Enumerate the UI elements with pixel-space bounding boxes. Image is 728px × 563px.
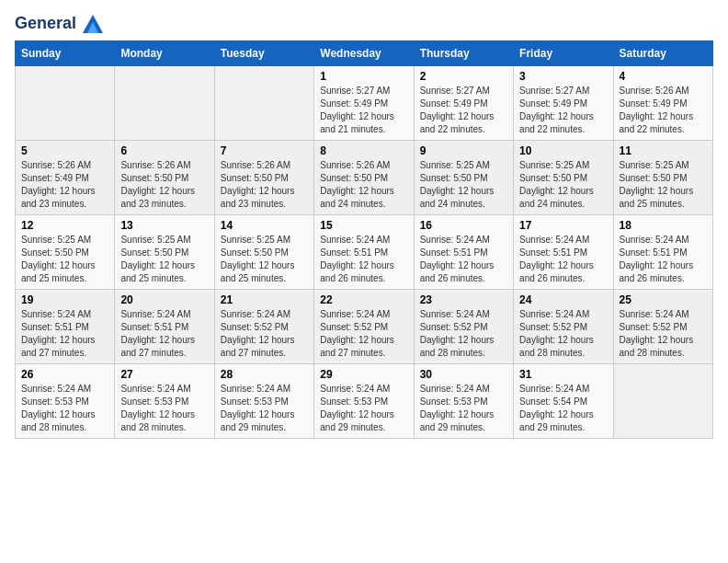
calendar-week-2: 5Sunrise: 5:26 AMSunset: 5:49 PMDaylight…	[16, 141, 713, 215]
day-number: 17	[519, 219, 607, 232]
day-info: Sunrise: 5:24 AMSunset: 5:53 PMDaylight:…	[320, 383, 407, 434]
day-info: Sunrise: 5:26 AMSunset: 5:49 PMDaylight:…	[21, 159, 108, 211]
day-number: 31	[519, 368, 607, 381]
calendar-cell: 17Sunrise: 5:24 AMSunset: 5:51 PMDayligh…	[514, 215, 613, 290]
column-header-friday: Friday	[514, 41, 613, 66]
day-info: Sunrise: 5:26 AMSunset: 5:50 PMDaylight:…	[320, 159, 407, 211]
day-info: Sunrise: 5:27 AMSunset: 5:49 PMDaylight:…	[420, 85, 507, 136]
day-info: Sunrise: 5:24 AMSunset: 5:51 PMDaylight:…	[420, 234, 507, 285]
calendar-week-1: 1Sunrise: 5:27 AMSunset: 5:49 PMDaylight…	[16, 66, 713, 141]
day-info: Sunrise: 5:24 AMSunset: 5:51 PMDaylight:…	[620, 234, 707, 285]
calendar-cell	[115, 66, 214, 141]
day-number: 12	[21, 219, 108, 232]
calendar-cell: 29Sunrise: 5:24 AMSunset: 5:53 PMDayligh…	[314, 364, 414, 439]
calendar-cell: 23Sunrise: 5:24 AMSunset: 5:52 PMDayligh…	[414, 290, 513, 364]
calendar-cell: 7Sunrise: 5:26 AMSunset: 5:50 PMDaylight…	[214, 141, 313, 215]
day-number: 4	[620, 70, 707, 83]
calendar-cell: 21Sunrise: 5:24 AMSunset: 5:52 PMDayligh…	[214, 290, 313, 364]
day-number: 1	[320, 70, 407, 83]
day-number: 30	[420, 368, 507, 381]
calendar-table: SundayMondayTuesdayWednesdayThursdayFrid…	[15, 40, 713, 439]
calendar-cell: 28Sunrise: 5:24 AMSunset: 5:53 PMDayligh…	[214, 364, 313, 439]
logo: General	[15, 15, 105, 33]
calendar-cell: 22Sunrise: 5:24 AMSunset: 5:52 PMDayligh…	[314, 290, 414, 364]
day-info: Sunrise: 5:24 AMSunset: 5:54 PMDaylight:…	[519, 383, 607, 434]
day-info: Sunrise: 5:24 AMSunset: 5:51 PMDaylight:…	[120, 308, 208, 360]
calendar-cell: 6Sunrise: 5:26 AMSunset: 5:50 PMDaylight…	[115, 141, 214, 215]
day-number: 15	[320, 219, 407, 232]
calendar-cell	[214, 66, 313, 141]
column-header-tuesday: Tuesday	[214, 41, 313, 66]
day-info: Sunrise: 5:24 AMSunset: 5:51 PMDaylight:…	[519, 234, 607, 285]
calendar-cell: 13Sunrise: 5:25 AMSunset: 5:50 PMDayligh…	[115, 215, 214, 290]
calendar-week-5: 26Sunrise: 5:24 AMSunset: 5:53 PMDayligh…	[16, 364, 713, 439]
day-info: Sunrise: 5:24 AMSunset: 5:52 PMDaylight:…	[320, 308, 407, 360]
day-info: Sunrise: 5:24 AMSunset: 5:53 PMDaylight:…	[120, 383, 208, 434]
day-number: 25	[620, 293, 707, 306]
logo-general: General	[15, 14, 76, 32]
calendar-cell	[613, 364, 712, 439]
day-number: 27	[120, 368, 208, 381]
calendar-cell: 27Sunrise: 5:24 AMSunset: 5:53 PMDayligh…	[115, 364, 214, 439]
day-number: 5	[21, 144, 108, 157]
calendar-cell: 4Sunrise: 5:26 AMSunset: 5:49 PMDaylight…	[613, 66, 712, 141]
day-info: Sunrise: 5:26 AMSunset: 5:49 PMDaylight:…	[620, 85, 707, 136]
day-number: 10	[519, 144, 607, 157]
day-info: Sunrise: 5:24 AMSunset: 5:52 PMDaylight:…	[519, 308, 607, 360]
day-info: Sunrise: 5:27 AMSunset: 5:49 PMDaylight:…	[519, 85, 607, 136]
day-number: 7	[221, 144, 308, 157]
day-number: 20	[120, 293, 208, 306]
day-number: 21	[221, 293, 308, 306]
calendar-cell: 25Sunrise: 5:24 AMSunset: 5:52 PMDayligh…	[613, 290, 712, 364]
day-info: Sunrise: 5:24 AMSunset: 5:53 PMDaylight:…	[221, 383, 308, 434]
day-info: Sunrise: 5:25 AMSunset: 5:50 PMDaylight:…	[120, 234, 208, 285]
day-number: 3	[519, 70, 607, 83]
calendar-cell: 2Sunrise: 5:27 AMSunset: 5:49 PMDaylight…	[414, 66, 513, 141]
calendar-cell: 1Sunrise: 5:27 AMSunset: 5:49 PMDaylight…	[314, 66, 414, 141]
day-number: 26	[21, 368, 108, 381]
calendar-cell: 24Sunrise: 5:24 AMSunset: 5:52 PMDayligh…	[514, 290, 613, 364]
day-info: Sunrise: 5:27 AMSunset: 5:49 PMDaylight:…	[320, 85, 407, 136]
column-header-thursday: Thursday	[414, 41, 513, 66]
calendar-cell: 3Sunrise: 5:27 AMSunset: 5:49 PMDaylight…	[514, 66, 613, 141]
calendar-cell: 18Sunrise: 5:24 AMSunset: 5:51 PMDayligh…	[613, 215, 712, 290]
day-number: 8	[320, 144, 407, 157]
calendar-cell: 5Sunrise: 5:26 AMSunset: 5:49 PMDaylight…	[16, 141, 115, 215]
calendar-cell: 26Sunrise: 5:24 AMSunset: 5:53 PMDayligh…	[16, 364, 115, 439]
day-number: 24	[519, 293, 607, 306]
day-number: 18	[620, 219, 707, 232]
column-header-wednesday: Wednesday	[314, 41, 414, 66]
calendar-week-4: 19Sunrise: 5:24 AMSunset: 5:51 PMDayligh…	[16, 290, 713, 364]
day-number: 29	[320, 368, 407, 381]
calendar-cell: 15Sunrise: 5:24 AMSunset: 5:51 PMDayligh…	[314, 215, 414, 290]
logo-icon	[83, 15, 103, 33]
calendar-cell	[16, 66, 115, 141]
calendar-cell: 8Sunrise: 5:26 AMSunset: 5:50 PMDaylight…	[314, 141, 414, 215]
day-number: 14	[221, 219, 308, 232]
day-number: 11	[620, 144, 707, 157]
day-number: 2	[420, 70, 507, 83]
day-number: 9	[420, 144, 507, 157]
column-header-monday: Monday	[115, 41, 214, 66]
day-info: Sunrise: 5:24 AMSunset: 5:53 PMDaylight:…	[21, 383, 108, 434]
calendar-cell: 14Sunrise: 5:25 AMSunset: 5:50 PMDayligh…	[214, 215, 313, 290]
day-info: Sunrise: 5:26 AMSunset: 5:50 PMDaylight:…	[221, 159, 308, 211]
day-info: Sunrise: 5:25 AMSunset: 5:50 PMDaylight:…	[221, 234, 308, 285]
calendar-cell: 31Sunrise: 5:24 AMSunset: 5:54 PMDayligh…	[514, 364, 613, 439]
day-number: 13	[120, 219, 208, 232]
day-number: 23	[420, 293, 507, 306]
day-number: 28	[221, 368, 308, 381]
day-info: Sunrise: 5:24 AMSunset: 5:53 PMDaylight:…	[420, 383, 507, 434]
day-info: Sunrise: 5:24 AMSunset: 5:51 PMDaylight:…	[21, 308, 108, 360]
calendar-header-row: SundayMondayTuesdayWednesdayThursdayFrid…	[16, 41, 713, 66]
column-header-sunday: Sunday	[16, 41, 115, 66]
day-info: Sunrise: 5:25 AMSunset: 5:50 PMDaylight:…	[420, 159, 507, 211]
calendar-cell: 10Sunrise: 5:25 AMSunset: 5:50 PMDayligh…	[514, 141, 613, 215]
day-number: 16	[420, 219, 507, 232]
day-info: Sunrise: 5:24 AMSunset: 5:51 PMDaylight:…	[320, 234, 407, 285]
day-number: 19	[21, 293, 108, 306]
day-number: 22	[320, 293, 407, 306]
page-header: General	[15, 15, 713, 33]
calendar-cell: 20Sunrise: 5:24 AMSunset: 5:51 PMDayligh…	[115, 290, 214, 364]
calendar-cell: 11Sunrise: 5:25 AMSunset: 5:50 PMDayligh…	[613, 141, 712, 215]
